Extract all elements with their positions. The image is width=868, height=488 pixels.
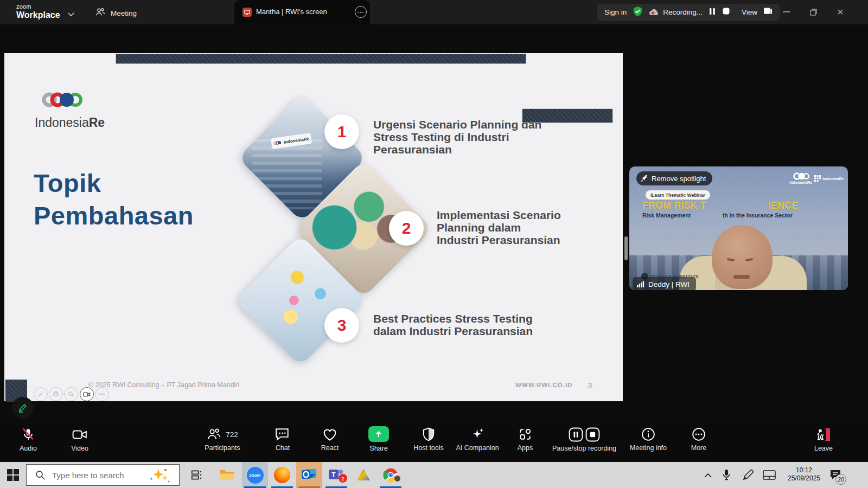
- view-button[interactable]: View: [742, 8, 757, 16]
- copilot-sparkle-icon: [148, 468, 171, 485]
- topic-number-3: 3: [324, 308, 359, 343]
- taskbar-firefox[interactable]: [269, 462, 295, 488]
- taskbar-search[interactable]: [26, 464, 180, 486]
- react-button[interactable]: React: [312, 427, 347, 452]
- tray-microphone-icon[interactable]: [722, 468, 731, 484]
- more-ellipsis-icon: [692, 427, 706, 441]
- taskbar-chrome[interactable]: [378, 462, 404, 488]
- leave-button[interactable]: Leave: [806, 427, 841, 452]
- minimize-button[interactable]: [777, 4, 795, 20]
- notification-center-button[interactable]: 20: [829, 468, 842, 483]
- pause-icon: [569, 427, 583, 442]
- speaker-eye-left: [727, 258, 735, 261]
- remove-spotlight-button[interactable]: Remove spotlight: [636, 171, 712, 185]
- panel-resize-handle[interactable]: [624, 236, 628, 260]
- host-tools-button[interactable]: Host tools: [408, 427, 449, 452]
- search-input[interactable]: [52, 471, 133, 480]
- pencil-tool-button[interactable]: [12, 397, 34, 419]
- network-signal-icon: [637, 281, 644, 287]
- slide-website: WWW.RWI.CO.ID: [515, 382, 572, 388]
- leave-door-icon: [815, 427, 832, 442]
- topic-text-3: Best Practices Stress Testing dalam Indu…: [373, 312, 536, 337]
- app-name-zoom: zoom: [16, 4, 60, 10]
- titlebar-status-cluster: Sign in Recording... View: [597, 4, 780, 21]
- more-button[interactable]: More: [681, 427, 716, 452]
- tab-options-ellipsis-icon[interactable]: ⋯: [355, 6, 367, 18]
- pencil-icon: [17, 402, 28, 413]
- workspace-chevron-down-icon[interactable]: [67, 9, 75, 19]
- meeting-info-label: Meeting info: [630, 444, 667, 452]
- annotate-magnifier-icon[interactable]: [64, 387, 78, 401]
- tab-meeting-label: Meeting: [111, 9, 137, 17]
- react-label: React: [321, 444, 339, 452]
- meeting-info-button[interactable]: Meeting info: [621, 427, 675, 452]
- ai-sparkle-icon: [470, 427, 485, 441]
- recording-label: Recording...: [663, 8, 703, 16]
- annotate-pen-icon[interactable]: [34, 387, 48, 401]
- tray-pen-icon[interactable]: [742, 469, 754, 483]
- tray-date: 25/09/2025: [782, 474, 826, 483]
- task-view-button[interactable]: [190, 468, 204, 484]
- ai-companion-label: AI Companion: [456, 444, 499, 452]
- search-icon: [35, 470, 46, 480]
- shield-icon: [422, 427, 435, 441]
- security-shield-icon[interactable]: [633, 6, 643, 19]
- indonesiare-logo-text: IndonesiaRe: [35, 115, 105, 130]
- logo-text-bold: Re: [89, 115, 105, 130]
- view-layout-icon[interactable]: [763, 7, 773, 17]
- taskbar-zoom[interactable]: zoom: [242, 462, 268, 488]
- pin-icon: [641, 175, 648, 182]
- screen-share-icon: [242, 8, 252, 17]
- video-button[interactable]: Video: [62, 427, 97, 452]
- taskbar-outlook[interactable]: [296, 462, 322, 488]
- maximize-button[interactable]: [804, 4, 822, 20]
- video-logo-indonesiare: IndonesiaRe: [789, 172, 812, 184]
- ai-companion-button[interactable]: AI Companion: [450, 427, 505, 452]
- speaker-mouth: [733, 275, 750, 279]
- tray-clock[interactable]: 10:12 25/09/2025: [782, 466, 826, 483]
- slide-page-number: 3: [588, 381, 592, 390]
- task-view-icon: [190, 468, 204, 482]
- pause-recording-icon[interactable]: [709, 7, 716, 18]
- file-explorer-icon: [219, 468, 234, 481]
- speaker-video-tile[interactable]: iLearn Thematic Webinar FROM RISK T IENC…: [629, 166, 848, 290]
- meeting-toolbar: Audio Video 722 Participants Chat 7 Reac…: [0, 422, 868, 462]
- banner-title-left: FROM RISK T: [642, 200, 706, 211]
- tray-touchpad-icon[interactable]: [763, 470, 776, 482]
- title-bar: zoom Workplace Meeting Mantha | RWI's sc…: [0, 0, 868, 24]
- annotate-camera-icon[interactable]: [80, 387, 94, 401]
- taskbar-teams[interactable]: T 2: [323, 462, 349, 488]
- taskbar-google-drive[interactable]: [350, 462, 376, 488]
- outlook-icon: [301, 467, 317, 483]
- sign-in-button[interactable]: Sign in: [604, 8, 627, 16]
- taskbar-file-explorer[interactable]: [214, 462, 240, 488]
- annotate-more-icon[interactable]: •••: [95, 387, 109, 401]
- video-logo-indonesiare-text: IndonesiaRe: [789, 181, 812, 184]
- pause-stop-recording-button[interactable]: Pause/stop recording: [544, 427, 625, 452]
- stop-recording-icon[interactable]: [722, 7, 730, 17]
- audio-button[interactable]: Audio: [11, 427, 46, 452]
- participants-label: Participants: [205, 444, 240, 452]
- participants-button[interactable]: 722 Participants: [193, 427, 252, 452]
- tab-shared-screen[interactable]: Mantha | RWI's screen ⋯: [234, 0, 370, 24]
- chat-button[interactable]: Chat: [265, 427, 300, 452]
- chrome-profile-avatar: [394, 475, 401, 482]
- recording-indicator: Recording...: [649, 8, 703, 16]
- topic-number-1: 1: [324, 114, 359, 149]
- top-redaction-bar: [116, 54, 526, 64]
- google-drive-icon: [356, 468, 371, 482]
- close-button[interactable]: ✕: [831, 4, 850, 20]
- tab-meeting[interactable]: Meeting: [95, 7, 137, 19]
- share-button[interactable]: Share: [361, 426, 396, 452]
- start-button[interactable]: [7, 468, 20, 484]
- apps-button[interactable]: Apps: [508, 427, 542, 452]
- zoom-app-icon: zoom: [247, 467, 264, 484]
- annotate-printer-icon[interactable]: [49, 387, 63, 401]
- topic-text-2: Implementasi Scenario Planning dalam Ind…: [437, 209, 564, 246]
- tray-show-hidden-icons[interactable]: [704, 471, 712, 480]
- participant-name-text: Deddy | RWI: [648, 280, 690, 288]
- tray-time: 10:12: [782, 466, 826, 474]
- topic-text-1: Urgensi Scenario Planning dan Stress Tes…: [373, 118, 569, 156]
- slide-heading-line2: Pembahasan: [34, 200, 194, 232]
- apps-icon: [518, 427, 532, 441]
